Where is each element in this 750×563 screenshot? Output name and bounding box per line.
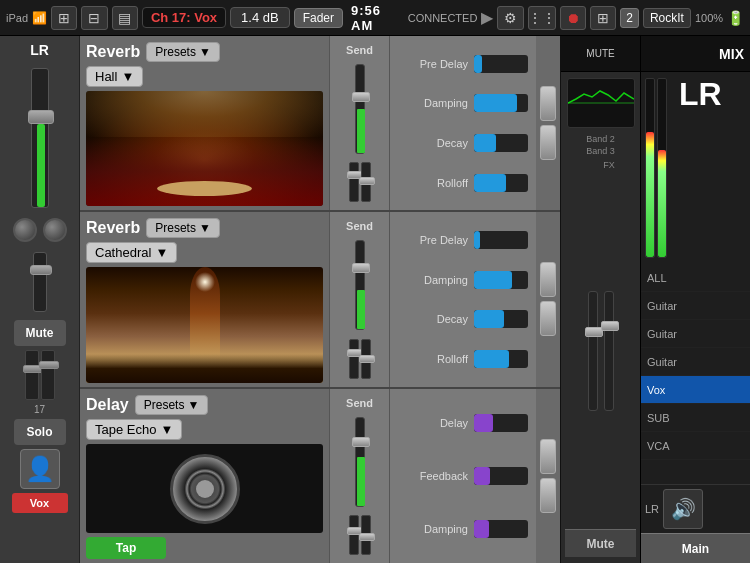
reverb2-slider-rolloff: Rolloff — [398, 350, 528, 368]
fader-btn[interactable]: Fader — [294, 8, 343, 28]
reverb2-damping-track[interactable] — [474, 271, 528, 289]
battery-icon: 🔋 — [727, 10, 744, 26]
record-icon[interactable]: ⏺ — [560, 6, 586, 30]
wifi-label: iPad — [6, 12, 28, 24]
reverb1-left: Reverb Presets ▼ Hall ▼ — [80, 36, 330, 210]
delay-preset-dropdown[interactable]: Tape Echo ▼ — [86, 419, 182, 440]
reverb2-handle-2[interactable] — [540, 301, 556, 336]
far-right-panel: MIX LR ALL Guitar Guitar Guitar — [640, 36, 750, 563]
reverb1-vert-fader — [355, 64, 365, 154]
reverb2-presets-btn[interactable]: Presets ▼ — [146, 218, 220, 238]
reverb2-predelay-track[interactable] — [474, 231, 528, 249]
routing-icon[interactable]: ▤ — [112, 6, 138, 30]
delay-presets-btn[interactable]: Presets ▼ — [135, 395, 209, 415]
mix-item-all[interactable]: ALL — [641, 264, 750, 292]
lr-big-display: LR — [641, 72, 750, 264]
right-panel: MUTE Band 2 Band 3 FX — [560, 36, 640, 563]
delay-damping-track[interactable] — [474, 520, 528, 538]
delay-handle-1[interactable] — [540, 439, 556, 474]
knob-1[interactable] — [13, 218, 37, 242]
reverb2-header: Reverb Presets ▼ — [86, 218, 323, 238]
reverb2-rolloff-track[interactable] — [474, 350, 528, 368]
delay-feedback-label: Feedback — [398, 470, 468, 482]
right-fader-left-handle[interactable] — [585, 327, 603, 337]
mix-item-guitar1[interactable]: Guitar — [641, 292, 750, 320]
reverb2-sf1 — [349, 339, 359, 379]
delay-handle-2[interactable] — [540, 478, 556, 513]
tap-button[interactable]: Tap — [86, 537, 166, 559]
lr-big-label: LR — [671, 72, 730, 117]
mix-item-vox[interactable]: Vox — [641, 376, 750, 404]
eq-icon[interactable]: ⊟ — [81, 6, 107, 30]
delay-left: Delay Presets ▼ Tape Echo ▼ — [80, 389, 330, 563]
reverb1-sf1 — [349, 162, 359, 202]
reverb2-sf2 — [361, 339, 371, 379]
reverb1-sf2 — [361, 162, 371, 202]
reverb2-image — [86, 267, 323, 382]
far-right-top: MIX — [641, 36, 750, 72]
mixer-icon[interactable]: ⊞ — [51, 6, 77, 30]
reverb2-sf2-handle[interactable] — [359, 355, 375, 363]
grid-icon[interactable]: ⊞ — [590, 6, 616, 30]
delay-vert-handle[interactable] — [352, 437, 370, 447]
reverb2-decay-track[interactable] — [474, 310, 528, 328]
reverb1-preset-dropdown[interactable]: Hall ▼ — [86, 66, 143, 87]
reverb2-handle-1[interactable] — [540, 262, 556, 297]
delay-sf2-handle[interactable] — [359, 533, 375, 541]
mini-lr-handle[interactable] — [30, 265, 52, 275]
mute-right-button[interactable]: Mute — [565, 529, 636, 557]
reverb2-vert-handle[interactable] — [352, 263, 370, 273]
center-area: Reverb Presets ▼ Hall ▼ — [80, 36, 560, 563]
delay-row: Delay Presets ▼ Tape Echo ▼ — [80, 389, 560, 563]
reverb1-type-label: Reverb — [86, 43, 140, 61]
network-icon[interactable]: ⋮⋮ — [528, 6, 556, 30]
mix-channel-list: ALL Guitar Guitar Guitar Vox SUB VCA — [641, 264, 750, 484]
time-display: 9:56 AM — [351, 3, 404, 33]
reverb1-decay-track[interactable] — [474, 134, 528, 152]
reverb2-type-label: Reverb — [86, 219, 140, 237]
reverb1-presets-btn[interactable]: Presets ▼ — [146, 42, 220, 62]
right-meter-section: Band 2 Band 3 FX Mute — [561, 72, 640, 563]
reverb2-preset-dropdown[interactable]: Cathedral ▼ — [86, 242, 177, 263]
right-fader-right-handle[interactable] — [601, 321, 619, 331]
mini-fader-1 — [25, 350, 39, 400]
reverb2-slider-decay: Decay — [398, 310, 528, 328]
reverb2-predelay-label: Pre Delay — [398, 234, 468, 246]
delay-damping-label: Damping — [398, 523, 468, 535]
reverb1-slider-damping: Damping — [398, 94, 528, 112]
left-fader-handle[interactable] — [28, 110, 54, 124]
mix-header-label: MIX — [719, 46, 744, 62]
mix-item-guitar3[interactable]: Guitar — [641, 348, 750, 376]
reverb2-vert-fader — [355, 240, 365, 330]
reverb2-row: Reverb Presets ▼ Cathedral ▼ — [80, 212, 560, 386]
left-fader-track — [31, 68, 49, 208]
reverb1-damping-track[interactable] — [474, 94, 528, 112]
reverb2-slider-predelay: Pre Delay — [398, 231, 528, 249]
speaker-icon: 🔊 — [663, 489, 703, 529]
lr-bottom-row: LR 🔊 — [641, 484, 750, 533]
settings-icon[interactable]: ⚙ — [497, 6, 523, 30]
knob-2[interactable] — [43, 218, 67, 242]
reverb1-vert-handle[interactable] — [352, 92, 370, 102]
mix-item-guitar2[interactable]: Guitar — [641, 320, 750, 348]
fx-label: FX — [586, 160, 615, 170]
play-icon[interactable]: ▶ — [481, 8, 493, 27]
rockit-btn[interactable]: RockIt — [643, 8, 691, 28]
reverb1-predelay-track[interactable] — [474, 55, 528, 73]
delay-small-faders — [349, 515, 371, 555]
solo-button[interactable]: Solo — [14, 419, 66, 445]
vca-label: VCA — [641, 432, 750, 460]
knob-row — [11, 216, 69, 244]
waveform-display — [567, 78, 635, 128]
mute-button[interactable]: Mute — [14, 320, 66, 346]
delay-delay-track[interactable] — [474, 414, 528, 432]
reverb1-rolloff-track[interactable] — [474, 174, 528, 192]
master-button[interactable]: Main — [641, 533, 750, 563]
reverb2-right-handle — [536, 212, 560, 386]
delay-feedback-track[interactable] — [474, 467, 528, 485]
channel-name-tag[interactable]: Vox — [12, 493, 68, 513]
reverb1-handle-1[interactable] — [540, 86, 556, 121]
reverb1-handle-2[interactable] — [540, 125, 556, 160]
mini-fader-handle-2[interactable] — [39, 361, 59, 369]
reverb1-sf2-handle[interactable] — [359, 177, 375, 185]
